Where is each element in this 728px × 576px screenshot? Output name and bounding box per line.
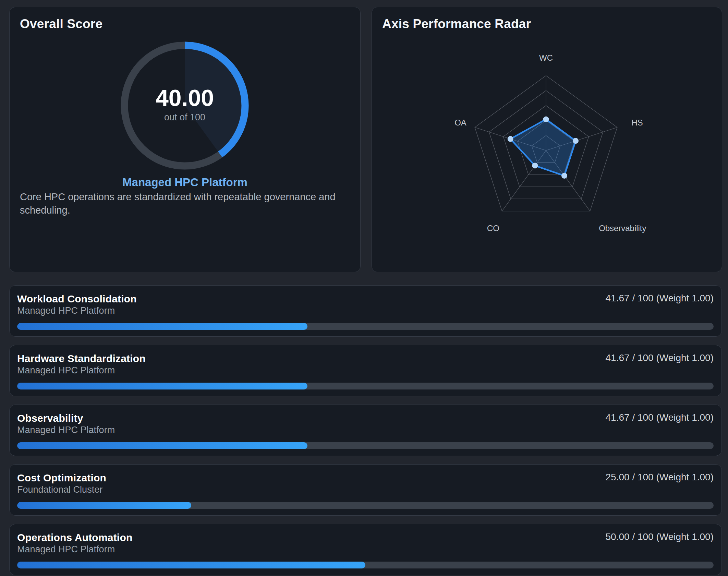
radar-data-point xyxy=(532,163,538,169)
progress-fill xyxy=(17,383,307,389)
radar-data-point xyxy=(508,136,513,142)
axis-row-level: Foundational Cluster xyxy=(17,484,102,495)
overall-score-card: Overall Score 40.00 out of 100 Managed H… xyxy=(9,7,361,272)
axis-row-title: Workload Consolidation xyxy=(17,293,137,305)
axis-row-score: 41.67 / 100 (Weight 1.00) xyxy=(606,293,714,304)
progress-track xyxy=(17,383,714,389)
radar-axis-label: HS xyxy=(631,118,643,127)
gauge-score-caption: out of 100 xyxy=(116,112,253,122)
radar-axis-label: WC xyxy=(539,53,553,62)
progress-track xyxy=(17,323,714,330)
progress-fill xyxy=(17,502,191,509)
maturity-description: Core HPC operations are standardized wit… xyxy=(20,190,351,217)
radar-chart: WCHSObservabilityCOOA xyxy=(372,7,722,272)
axis-row-level: Managed HPC Platform xyxy=(17,365,115,376)
axis-row-score: 41.67 / 100 (Weight 1.00) xyxy=(606,352,714,363)
axis-row-observability: Observability Managed HPC Platform 41.67… xyxy=(9,405,722,456)
axis-row-score: 41.67 / 100 (Weight 1.00) xyxy=(606,412,714,423)
axis-row-title: Operations Automation xyxy=(17,532,132,543)
radar-data-point xyxy=(573,138,579,144)
axis-row-title: Observability xyxy=(17,412,83,424)
gauge-score-value: 40.00 xyxy=(116,85,253,110)
axis-row-workload-consolidation: Workload Consolidation Managed HPC Platf… xyxy=(9,285,722,337)
progress-fill xyxy=(17,323,307,330)
radar-data-point xyxy=(561,173,567,179)
axis-row-title: Cost Optimization xyxy=(17,472,106,484)
gauge-center-text: 40.00 out of 100 xyxy=(116,85,253,122)
axis-row-cost-optimization: Cost Optimization Foundational Cluster 2… xyxy=(9,464,722,516)
axis-row-score: 25.00 / 100 (Weight 1.00) xyxy=(606,472,714,483)
axis-row-level: Managed HPC Platform xyxy=(17,425,115,435)
progress-fill xyxy=(17,442,307,449)
axis-row-operations-automation: Operations Automation Managed HPC Platfo… xyxy=(9,524,722,575)
progress-track xyxy=(17,502,714,509)
radar-axis-label: OA xyxy=(454,118,466,127)
radar-data-point xyxy=(543,116,549,122)
axis-row-title: Hardware Standardization xyxy=(17,353,146,364)
radar-card: Axis Performance Radar WCHSObservability… xyxy=(372,7,722,272)
progress-fill xyxy=(17,562,365,568)
radar-axis-label: Observability xyxy=(599,224,646,233)
progress-track xyxy=(17,442,714,449)
overall-score-title: Overall Score xyxy=(20,17,102,31)
progress-track xyxy=(17,562,714,568)
axis-row-hardware-standardization: Hardware Standardization Managed HPC Pla… xyxy=(9,345,722,396)
maturity-level-label: Managed HPC Platform xyxy=(10,176,360,189)
axis-row-level: Managed HPC Platform xyxy=(17,544,115,555)
axis-row-score: 50.00 / 100 (Weight 1.00) xyxy=(606,531,714,542)
axis-row-level: Managed HPC Platform xyxy=(17,305,115,316)
maturity-dashboard: { "colors": { "page_bg": "#22262e", "car… xyxy=(0,0,728,576)
radar-axis-label: CO xyxy=(487,224,499,233)
radar-data-polygon xyxy=(510,119,575,176)
